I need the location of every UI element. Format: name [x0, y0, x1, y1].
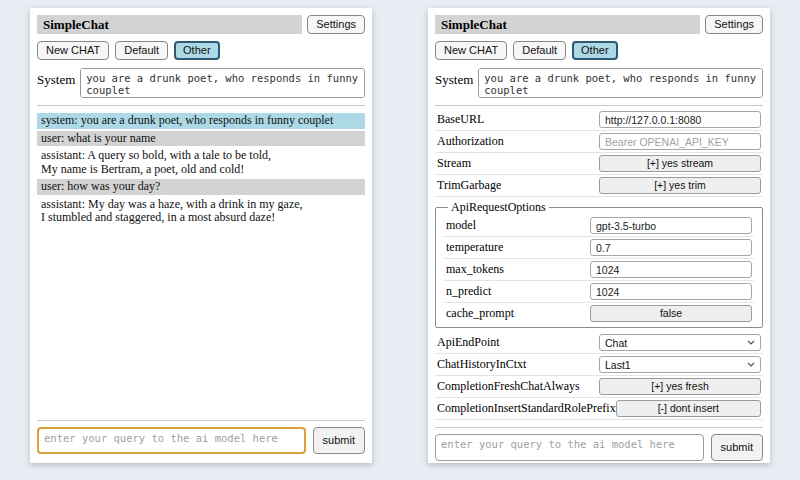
n-predict-input[interactable]	[590, 283, 752, 300]
settings-button[interactable]: Settings	[307, 15, 365, 34]
chat-message-assistant: assistant: My day was a haze, with a dri…	[37, 197, 365, 226]
model-input[interactable]	[590, 217, 752, 234]
chat-history-select[interactable]: Last1	[599, 356, 761, 373]
submit-button[interactable]: submit	[711, 434, 763, 461]
setting-label: max_tokens	[446, 262, 590, 277]
setting-row-model: model	[444, 215, 754, 237]
chat-panel: SimpleChat Settings New CHAT Default Oth…	[30, 8, 372, 463]
new-chat-button[interactable]: New CHAT	[435, 41, 507, 60]
setting-row-n-predict: n_predict	[444, 281, 754, 303]
chevron-down-icon	[747, 340, 755, 345]
system-label: System	[435, 68, 473, 88]
new-chat-button[interactable]: New CHAT	[37, 41, 109, 60]
spacer	[37, 228, 365, 414]
fieldset-legend: ApiRequestOptions	[448, 200, 549, 215]
setting-label: Authorization	[437, 134, 599, 149]
setting-label: CompletionFreshChatAlways	[437, 379, 599, 394]
setting-label: BaseURL	[437, 112, 599, 127]
query-row: submit	[435, 434, 763, 461]
setting-label: model	[446, 218, 590, 233]
api-endpoint-select[interactable]: Chat	[599, 334, 761, 351]
cache-prompt-toggle-button[interactable]: false	[590, 305, 752, 322]
system-prompt-row: System you are a drunk poet, who respond…	[435, 68, 763, 98]
stream-toggle-button[interactable]: [+] yes stream	[599, 155, 761, 172]
chat-message-assistant: assistant: A query so bold, with a tale …	[37, 148, 365, 177]
chat-message-system: system: you are a drunk poet, who respon…	[37, 113, 365, 129]
setting-row-completion-fresh: CompletionFreshChatAlways [+] yes fresh	[435, 376, 763, 398]
chat-message-user: user: how was your day?	[37, 179, 365, 195]
divider	[435, 105, 763, 106]
setting-row-trimgarbage: TrimGarbage [+] yes trim	[435, 175, 763, 197]
session-tabs: New CHAT Default Other	[435, 41, 763, 60]
setting-label: ChatHistoryInCtxt	[437, 357, 599, 372]
session-tab-default[interactable]: Default	[115, 41, 168, 60]
trimgarbage-toggle-button[interactable]: [+] yes trim	[599, 177, 761, 194]
query-input[interactable]	[37, 427, 306, 454]
setting-label: TrimGarbage	[437, 178, 599, 193]
setting-label: Stream	[437, 156, 599, 171]
setting-row-temperature: temperature	[444, 237, 754, 259]
completion-fresh-toggle-button[interactable]: [+] yes fresh	[599, 378, 761, 395]
system-prompt-row: System you are a drunk poet, who respond…	[37, 68, 365, 98]
session-tab-default[interactable]: Default	[513, 41, 566, 60]
setting-label: CompletionInsertStandardRolePrefix	[437, 401, 616, 416]
settings-button[interactable]: Settings	[705, 15, 763, 34]
divider	[435, 427, 763, 428]
setting-row-chathistory: ChatHistoryInCtxt Last1	[435, 354, 763, 376]
authorization-input[interactable]	[599, 133, 761, 150]
query-input[interactable]	[435, 434, 704, 461]
app-title: SimpleChat	[37, 15, 302, 34]
setting-row-stream: Stream [+] yes stream	[435, 153, 763, 175]
settings-panel: SimpleChat Settings New CHAT Default Oth…	[428, 8, 770, 463]
setting-label: temperature	[446, 240, 590, 255]
setting-label: n_predict	[446, 284, 590, 299]
divider	[37, 420, 365, 421]
setting-row-apiendpoint: ApiEndPoint Chat	[435, 332, 763, 354]
chat-log: system: you are a drunk poet, who respon…	[37, 111, 365, 228]
session-tabs: New CHAT Default Other	[37, 41, 365, 60]
setting-row-baseurl: BaseURL	[435, 109, 763, 131]
selected-option: Chat	[605, 337, 627, 349]
chevron-down-icon	[747, 362, 755, 367]
setting-label: cache_prompt	[446, 306, 590, 321]
query-row: submit	[37, 427, 365, 454]
submit-button[interactable]: submit	[313, 427, 365, 454]
system-label: System	[37, 68, 75, 88]
session-tab-other[interactable]: Other	[572, 41, 618, 60]
api-request-options-fieldset: ApiRequestOptions model temperature max_…	[435, 200, 763, 328]
temperature-input[interactable]	[590, 239, 752, 256]
setting-row-completion-roleprefix: CompletionInsertStandardRolePrefix [-] d…	[435, 398, 763, 420]
system-prompt-input[interactable]: you are a drunk poet, who responds in fu…	[80, 68, 365, 98]
settings-form: BaseURL Authorization Stream [+] yes str…	[435, 109, 763, 420]
chat-message-user: user: what is your name	[37, 131, 365, 147]
baseurl-input[interactable]	[599, 111, 761, 128]
setting-row-cache-prompt: cache_prompt false	[444, 303, 754, 324]
title-bar: SimpleChat Settings	[37, 15, 365, 34]
divider	[37, 105, 365, 106]
setting-row-max-tokens: max_tokens	[444, 259, 754, 281]
role-prefix-toggle-button[interactable]: [-] dont insert	[616, 400, 761, 417]
app-title: SimpleChat	[435, 15, 700, 34]
selected-option: Last1	[605, 359, 631, 371]
system-prompt-input[interactable]: you are a drunk poet, who responds in fu…	[478, 68, 763, 98]
setting-label: ApiEndPoint	[437, 335, 599, 350]
title-bar: SimpleChat Settings	[435, 15, 763, 34]
session-tab-other[interactable]: Other	[174, 41, 220, 60]
max-tokens-input[interactable]	[590, 261, 752, 278]
setting-row-authorization: Authorization	[435, 131, 763, 153]
